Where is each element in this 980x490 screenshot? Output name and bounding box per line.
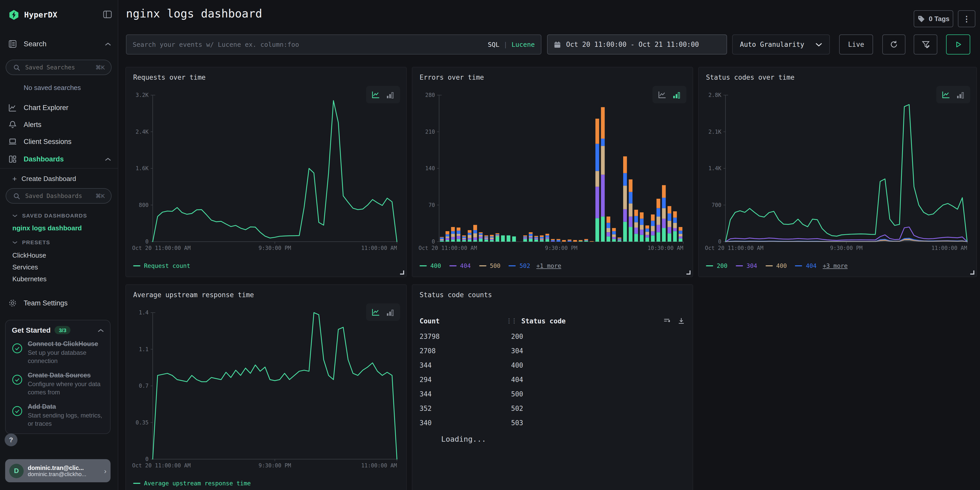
svg-text:3.2K: 3.2K (135, 92, 149, 98)
bar-chart-toggle-icon[interactable] (386, 91, 395, 99)
legend-swatch (479, 265, 486, 267)
table-row[interactable]: 344500 (420, 387, 686, 401)
hyperdx-app: HyperDX Search ⌘K No saved searches (0, 0, 980, 490)
saved-searches-field[interactable] (25, 64, 95, 71)
panel-errors-over-time: Errors over time 070140210280Oct 20 11:0… (412, 67, 693, 277)
get-started-item[interactable]: Connect to ClickHouse Set up your databa… (12, 340, 104, 366)
kebab-icon: ⋮ (963, 15, 970, 22)
create-dashboard-button[interactable]: + Create Dashboard (0, 172, 118, 185)
sql-toggle[interactable]: SQL (488, 41, 499, 48)
svg-text:Oct 20 11:00:00 AM: Oct 20 11:00:00 AM (132, 463, 191, 469)
svg-text:11:00:00 AM: 11:00:00 AM (361, 463, 397, 469)
download-icon[interactable] (677, 317, 686, 325)
resize-handle[interactable] (686, 270, 690, 275)
legend-swatch (420, 265, 427, 267)
sidebar-item-services[interactable]: Services (0, 261, 118, 272)
user-name: dominic.tran@clic... (28, 465, 104, 471)
gear-icon (8, 299, 17, 307)
legend-more-link[interactable]: +1 more (536, 262, 561, 269)
chevron-down-icon (12, 240, 18, 244)
bar-chart-toggle-icon[interactable] (672, 91, 681, 99)
column-header-status-code[interactable]: Status code (521, 317, 566, 325)
legend-item: 200 (706, 262, 727, 269)
table-row[interactable]: 2708304 (420, 344, 686, 358)
cell-count: 344 (420, 390, 511, 398)
sidebar-item-team-settings[interactable]: Team Settings (0, 296, 118, 310)
saved-dashboards-header[interactable]: SAVED DASHBOARDS (0, 211, 118, 220)
table-row[interactable]: 352502 (420, 401, 686, 415)
svg-text:280: 280 (425, 92, 435, 98)
svg-text:210: 210 (425, 129, 435, 135)
saved-dashboards-input[interactable]: ⌘K (6, 188, 111, 204)
presets-header[interactable]: PRESETS (0, 237, 118, 247)
sidebar-item-alerts[interactable]: Alerts (0, 117, 118, 132)
get-started-item[interactable]: Create Data Sources Configure where your… (12, 371, 104, 397)
legend-more-link[interactable]: +3 more (822, 262, 848, 269)
sidebar-item-client-sessions[interactable]: Client Sessions (0, 134, 118, 149)
search-input[interactable] (133, 41, 488, 48)
time-range-picker[interactable]: Oct 20 11:00:00 - Oct 21 11:00:00 (547, 35, 727, 54)
filter-button[interactable] (914, 35, 937, 54)
saved-dashboards-field[interactable] (25, 192, 95, 199)
sidebar-item-label: Search (24, 40, 46, 48)
sidebar-item-chart-explorer[interactable]: Chart Explorer (0, 100, 118, 115)
sidebar-item-dashboards[interactable]: Dashboards (0, 152, 118, 166)
svg-text:9:30:00 PM: 9:30:00 PM (830, 245, 862, 251)
chart-legend: 400404500502+1 more (420, 261, 686, 270)
collapse-sidebar-icon[interactable] (103, 10, 112, 20)
chevron-up-icon (105, 155, 111, 163)
saved-searches-input[interactable]: ⌘K (6, 60, 111, 75)
bar-chart-toggle-icon[interactable] (386, 308, 395, 316)
resize-handle[interactable] (970, 270, 974, 275)
cell-count: 344 (420, 361, 511, 369)
help-button[interactable]: ? (5, 433, 18, 446)
sidebar-item-search[interactable]: Search (0, 37, 118, 50)
chart-legend: Request count (133, 261, 399, 270)
chart-title: Average upstream response time (133, 291, 254, 299)
app-title: HyperDX (24, 10, 57, 19)
run-query-button[interactable] (946, 35, 970, 54)
sidebar-item-nginx-dashboard[interactable]: nginx logs dashboard (0, 222, 118, 234)
bell-icon (8, 120, 17, 129)
tags-button[interactable]: 0 Tags (914, 10, 953, 27)
refresh-button[interactable] (882, 35, 905, 54)
panel-status-codes-over-time: Status codes over time 07001.4K2.1K2.8KO… (698, 67, 977, 277)
sidebar-item-clickhouse[interactable]: ClickHouse (0, 249, 118, 261)
divider (0, 168, 118, 169)
event-search-bar[interactable]: SQL | Lucene (126, 35, 541, 54)
row-settings-icon[interactable] (663, 317, 671, 325)
svg-text:10:30:00 AM: 10:30:00 AM (648, 245, 683, 251)
chevron-up-icon (105, 40, 111, 48)
sidebar-item-kubernetes[interactable]: Kubernetes (0, 273, 118, 284)
line-chart-toggle-icon[interactable] (371, 308, 380, 316)
line-chart-toggle-icon[interactable] (658, 91, 667, 99)
column-drag-handle[interactable]: ⋮⋮ (506, 317, 516, 325)
more-options-button[interactable]: ⋮ (958, 10, 975, 27)
resize-handle[interactable] (400, 270, 404, 275)
table-row[interactable]: 23798200 (420, 329, 686, 344)
granularity-select[interactable]: Auto Granularity (732, 35, 830, 54)
legend-swatch (133, 483, 140, 484)
table-row[interactable]: 344400 (420, 358, 686, 372)
table-row[interactable]: 294404 (420, 372, 686, 387)
chart-canvas: 070140210280Oct 20 11:00:00 AM9:30:00 PM… (417, 91, 687, 252)
bar-chart-toggle-icon[interactable] (956, 91, 965, 99)
laptop-icon (8, 137, 17, 146)
legend-item: Average upstream response time (133, 480, 251, 487)
user-menu[interactable]: D dominic.tran@clic... dominic.tran@clic… (5, 459, 111, 482)
line-chart-toggle-icon[interactable] (371, 91, 380, 99)
chevron-up-icon[interactable] (98, 326, 104, 334)
tag-icon (918, 15, 925, 22)
get-started-item[interactable]: Add Data Start sending logs, metrics, or… (12, 402, 104, 428)
avatar: D (9, 463, 24, 478)
column-header-count[interactable]: Count (420, 317, 506, 325)
chart-type-toggle (652, 86, 686, 103)
legend-label: 502 (520, 262, 530, 269)
table-row[interactable]: 340503 (420, 415, 686, 430)
dashboards-icon (8, 154, 17, 163)
language-divider: | (504, 41, 508, 48)
user-email: dominic.tran@clickho... (28, 471, 104, 477)
lucene-toggle[interactable]: Lucene (512, 41, 535, 48)
live-button[interactable]: Live (839, 35, 873, 54)
line-chart-toggle-icon[interactable] (942, 91, 951, 99)
